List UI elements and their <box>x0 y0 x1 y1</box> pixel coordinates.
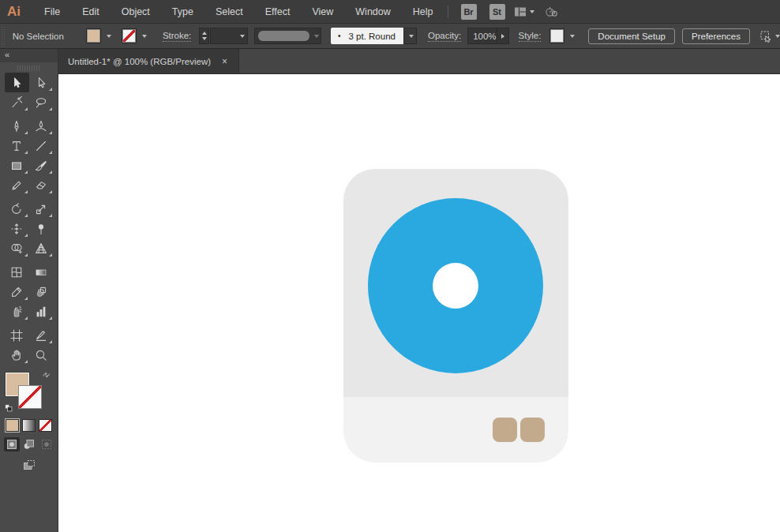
selection-tool[interactable] <box>5 73 29 92</box>
artboard-canvas[interactable] <box>58 74 780 532</box>
menu-items: FileEditObjectTypeSelectEffectViewWindow… <box>33 0 444 24</box>
brush-definition-dropdown[interactable]: • 3 pt. Round <box>331 28 417 44</box>
puppet-warp-tool[interactable] <box>29 219 54 238</box>
eraser-tool-icon <box>35 179 47 192</box>
lasso-tool-icon <box>35 96 47 109</box>
change-screen-mode-button[interactable] <box>0 459 58 472</box>
brush-dot-preview: • <box>338 32 341 40</box>
st-badge[interactable]: St <box>489 4 505 20</box>
stroke-label[interactable]: Stroke: <box>163 31 191 42</box>
mesh-tool-icon <box>10 266 23 279</box>
tan-button-shape-2[interactable] <box>520 418 545 442</box>
eyedropper-tool[interactable] <box>5 282 29 302</box>
swap-fill-stroke-icon[interactable] <box>42 372 52 382</box>
lasso-tool[interactable] <box>29 92 54 112</box>
hand-tool[interactable] <box>5 345 29 365</box>
curvature-tool[interactable] <box>29 116 54 136</box>
select-similar-dropdown[interactable] <box>759 30 780 43</box>
default-fill-stroke-icon[interactable] <box>5 404 15 414</box>
magic-wand-tool[interactable] <box>5 92 29 112</box>
column-graph-tool[interactable] <box>29 302 54 321</box>
fill-swatch[interactable] <box>86 28 101 43</box>
menu-item-window[interactable]: Window <box>344 0 401 24</box>
pen-tool[interactable] <box>5 116 29 136</box>
menu-item-file[interactable]: File <box>33 0 71 24</box>
panel-grip[interactable] <box>1 26 6 47</box>
zoom-tool[interactable] <box>29 345 54 365</box>
document-tab[interactable]: Untitled-1* @ 100% (RGB/Preview) × <box>58 49 239 73</box>
chevron-down-icon <box>570 35 575 38</box>
draw-inside-icon[interactable] <box>39 437 54 451</box>
symbol-sprayer-tool[interactable] <box>5 302 29 321</box>
artboard-tool[interactable] <box>5 325 29 345</box>
menu-item-object[interactable]: Object <box>111 0 161 24</box>
disc-hole-shape[interactable] <box>433 263 478 309</box>
style-swatch[interactable] <box>549 28 564 43</box>
stroke-proxy-swatch[interactable] <box>18 385 42 409</box>
collapse-panel-icon[interactable]: « <box>5 50 10 59</box>
tab-close-button[interactable]: × <box>220 55 229 68</box>
perspective-grid-tool[interactable] <box>29 238 54 258</box>
column-graph-tool-icon <box>35 305 47 318</box>
none-button[interactable] <box>39 419 52 432</box>
artwork-card-shape[interactable] <box>343 169 568 463</box>
type-tool-icon <box>10 140 23 152</box>
stroke-none-swatch[interactable] <box>122 28 137 43</box>
tools-panel-header[interactable]: « <box>0 49 58 62</box>
gradient-tool[interactable] <box>29 262 54 282</box>
shaper-tool[interactable] <box>5 175 29 195</box>
opacity-value[interactable]: 100% <box>468 32 496 41</box>
rectangle-tool[interactable] <box>5 155 29 175</box>
eraser-tool[interactable] <box>29 175 54 195</box>
fill-stroke-proxy <box>5 372 54 416</box>
br-badge[interactable]: Br <box>461 4 477 20</box>
draw-normal-icon[interactable] <box>4 437 20 451</box>
chevron-down-icon <box>240 35 245 38</box>
menu-item-view[interactable]: View <box>301 0 344 24</box>
menu-item-edit[interactable]: Edit <box>71 0 111 24</box>
mesh-tool[interactable] <box>5 262 29 282</box>
rotate-tool[interactable] <box>5 199 29 219</box>
style-label[interactable]: Style: <box>519 31 542 42</box>
stepper-up-icon[interactable] <box>202 32 207 35</box>
shape-builder-tool[interactable] <box>5 238 29 258</box>
stroke-color-dropdown[interactable] <box>122 28 149 43</box>
slice-tool[interactable] <box>29 325 54 345</box>
rotate-tool-icon <box>10 203 23 215</box>
paintbrush-tool[interactable] <box>29 155 54 175</box>
preferences-button[interactable]: Preferences <box>682 28 750 44</box>
blend-tool[interactable] <box>29 282 54 302</box>
fill-color-dropdown[interactable] <box>86 28 114 43</box>
stepper-down-icon[interactable] <box>202 37 207 40</box>
menu-item-select[interactable]: Select <box>204 0 254 24</box>
line-segment-tool[interactable] <box>29 136 54 155</box>
chevron-down-icon <box>314 35 319 38</box>
gpu-performance-button[interactable] <box>545 6 557 18</box>
variable-width-profile-dropdown[interactable] <box>254 28 321 44</box>
blend-tool-icon <box>35 286 47 298</box>
opacity-field[interactable]: 100% <box>467 28 508 44</box>
menu-item-type[interactable]: Type <box>161 0 204 24</box>
draw-behind-icon[interactable] <box>21 437 37 451</box>
menu-item-help[interactable]: Help <box>402 0 444 24</box>
scale-tool[interactable] <box>29 199 54 219</box>
width-tool[interactable] <box>5 219 29 238</box>
stroke-weight-stepper[interactable] <box>199 28 209 44</box>
direct-selection-tool[interactable] <box>29 73 54 92</box>
graphic-style-dropdown[interactable] <box>549 28 577 43</box>
document-setup-button[interactable]: Document Setup <box>588 28 675 44</box>
tan-button-shape-1[interactable] <box>493 418 517 442</box>
color-button[interactable] <box>6 419 19 432</box>
type-tool[interactable] <box>5 136 29 155</box>
opacity-label[interactable]: Opacity: <box>428 31 461 42</box>
selection-tool-icon <box>10 77 23 89</box>
tools-panel-grip[interactable] <box>17 66 41 71</box>
slice-tool-icon <box>35 329 47 342</box>
paintbrush-tool-icon <box>35 159 47 172</box>
document-tab-title: Untitled-1* @ 100% (RGB/Preview) <box>68 57 211 66</box>
gradient-button[interactable] <box>22 419 36 432</box>
workspace-switcher[interactable] <box>514 6 534 18</box>
stroke-weight-combo[interactable] <box>210 28 248 44</box>
opacity-arrow-button[interactable] <box>497 28 508 43</box>
menu-item-effect[interactable]: Effect <box>254 0 302 24</box>
